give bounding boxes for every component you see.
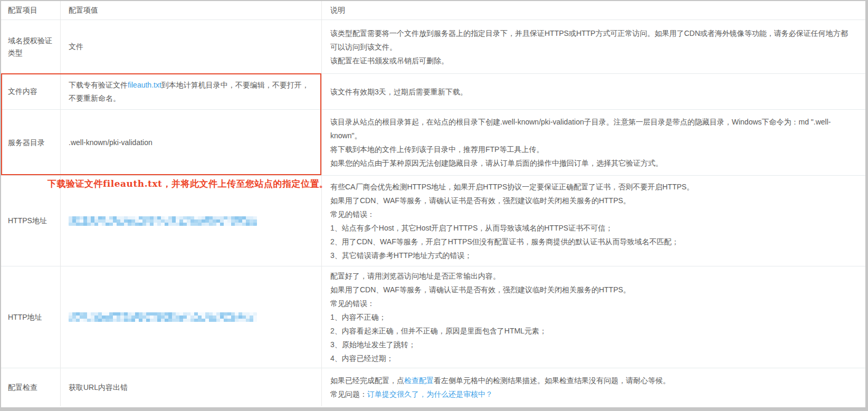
col-header-config-item-label: 配置项目 bbox=[8, 4, 37, 16]
row-value-domain-auth-type: 文件 bbox=[61, 20, 322, 73]
desc-line: 4、内容已经过期； bbox=[330, 351, 854, 365]
text-segment: 2、内容看起来正确，但并不正确，原因是里面包含了HTML元素； bbox=[330, 327, 547, 335]
table-row-server-directory: 服务器目录.well-known/pki-validation该目录从站点的根目… bbox=[1, 110, 865, 176]
desc-line: 将下载到本地的文件上传到该子目录中，推荐用FTP等工具上传。 bbox=[330, 142, 854, 156]
text-segment: 下载专有验证文件 bbox=[69, 81, 128, 89]
table-row-config-check: 配置检查获取URL内容出错如果已经完成配置，点检查配置看左侧单元格中的检测结果描… bbox=[1, 368, 865, 406]
desc-line: 该类型配置需要将一个文件放到服务器上的指定目录下，并且保证HTTPS或HTTP方… bbox=[330, 26, 854, 54]
text-segment: 有些CA厂商会优先检测HTTPS地址，如果开启HTTPS协议一定要保证正确配置了… bbox=[330, 183, 694, 191]
desc-line: 3、其它错误请参考HTTP地址方式的错误； bbox=[330, 248, 854, 262]
desc-line: 该配置在证书颁发或吊销后可删除。 bbox=[330, 54, 854, 68]
row-desc-domain-auth-type: 该类型配置需要将一个文件放到服务器上的指定目录下，并且保证HTTPS或HTTP方… bbox=[322, 20, 865, 73]
col-header-config-item: 配置项目 bbox=[1, 1, 61, 20]
row-desc-http-address: 配置好了，请用浏览器访问地址是否正常输出内容。如果用了CDN、WAF等服务，请确… bbox=[322, 266, 865, 368]
text-segment: 1、站点有多个Host，其它Host开启了HTTPS，从而导致该域名的HTTPS… bbox=[330, 224, 613, 232]
row-label-file-content: 文件内容 bbox=[1, 74, 61, 109]
desc-line: 如果用了CDN、WAF等服务，请确认证书是否有效，强烈建议临时关闭相关服务的HT… bbox=[330, 283, 854, 297]
row-desc-server-directory: 该目录从站点的根目录算起，在站点的根目录下创建.well-known/pki-v… bbox=[322, 110, 865, 175]
text-segment: 常见的错误： bbox=[330, 299, 375, 308]
text-segment: 3、其它错误请参考HTTP地址方式的错误； bbox=[330, 251, 472, 260]
row-desc-https-address: 有些CA厂商会优先检测HTTPS地址，如果开启HTTPS协议一定要保证正确配置了… bbox=[322, 176, 865, 266]
row-label-https-address: HTTPS地址 bbox=[1, 176, 61, 266]
table-row-file-content: 文件内容下载专有验证文件fileauth.txt到本地计算机目录中，不要编辑，不… bbox=[1, 74, 865, 110]
desc-line: 常见的错误： bbox=[330, 207, 854, 221]
http-address-redacted-url[interactable] bbox=[69, 312, 257, 322]
row-value-server-directory: .well-known/pki-validation bbox=[61, 110, 322, 175]
text-segment: 1、内容不正确； bbox=[330, 313, 386, 321]
desc-line: 如果用了CDN、WAF等服务，请确认证书是否有效，强烈建议临时关闭相关服务的HT… bbox=[330, 194, 854, 207]
row-label-config-check: 配置检查 bbox=[1, 368, 61, 406]
desc-line: 2、用了CDN、WAF等服务，开启了HTTPS但没有配置证书，服务商提供的默认证… bbox=[330, 235, 854, 248]
row-value-text: 下载专有验证文件fileauth.txt到本地计算机目录中，不要编辑，不要打开，… bbox=[69, 79, 313, 105]
check-config-link[interactable]: 检查配置 bbox=[404, 376, 434, 385]
text-segment: 该类型配置需要将一个文件放到服务器上的指定目录下，并且保证HTTPS或HTTP方… bbox=[330, 29, 848, 51]
row-value-text: .well-known/pki-validation bbox=[69, 136, 152, 149]
col-header-description: 说明 bbox=[322, 1, 865, 20]
text-segment: 该配置在证书颁发或吊销后可删除。 bbox=[330, 56, 449, 65]
table-row-domain-auth-type: 域名授权验证类型文件该类型配置需要将一个文件放到服务器上的指定目录下，并且保证H… bbox=[1, 20, 865, 74]
desc-line: 配置好了，请用浏览器访问地址是否正常输出内容。 bbox=[330, 269, 854, 283]
text-segment: 常见的错误： bbox=[330, 210, 375, 218]
col-header-config-value: 配置项值 bbox=[61, 1, 322, 20]
https-address-redacted-url[interactable] bbox=[69, 216, 257, 226]
desc-line: 1、站点有多个Host，其它Host开启了HTTPS，从而导致该域名的HTTPS… bbox=[330, 221, 854, 235]
desc-line: 1、内容不正确； bbox=[330, 310, 854, 324]
text-segment: 4、内容已经过期； bbox=[330, 354, 394, 362]
desc-line: 常见问题：订单提交很久了，为什么还是审核中？ bbox=[330, 387, 854, 401]
desc-line: 3、原始地址发生了跳转； bbox=[330, 338, 854, 351]
table-body: 域名授权验证类型文件该类型配置需要将一个文件放到服务器上的指定目录下，并且保证H… bbox=[1, 20, 865, 406]
text-segment: 该文件有效期3天，过期后需要重新下载。 bbox=[330, 88, 468, 96]
page-frame: 配置项目 配置项值 说明 域名授权验证类型文件该类型配置需要将一个文件放到服务器… bbox=[0, 0, 868, 411]
fileauth-download-link[interactable]: fileauth.txt bbox=[128, 81, 161, 89]
text-segment: 配置好了，请用浏览器访问地址是否正常输出内容。 bbox=[330, 272, 500, 280]
text-segment: .well-known/pki-validation bbox=[69, 138, 152, 147]
desc-line: 如果您的站点由于某种原因无法创建隐藏目录，请从订单后面的操作中撤回订单，选择其它… bbox=[330, 156, 854, 170]
row-desc-config-check: 如果已经完成配置，点检查配置看左侧单元格中的检测结果描述。如果检查结果没有问题，… bbox=[322, 368, 865, 406]
desc-line: 该文件有效期3天，过期后需要重新下载。 bbox=[330, 85, 854, 99]
table-header-row: 配置项目 配置项值 说明 bbox=[1, 1, 865, 20]
text-segment: 将下载到本地的文件上传到该子目录中，推荐用FTP等工具上传。 bbox=[330, 145, 543, 154]
row-label-text: HTTPS地址 bbox=[8, 215, 47, 227]
row-value-config-check: 获取URL内容出错 bbox=[61, 368, 322, 406]
row-value-text: 获取URL内容出错 bbox=[69, 381, 128, 394]
row-value-file-content: 下载专有验证文件fileauth.txt到本地计算机目录中，不要编辑，不要打开，… bbox=[61, 74, 322, 109]
row-label-text: HTTP地址 bbox=[8, 311, 42, 323]
text-segment: 如果用了CDN、WAF等服务，请确认证书是否有效，强烈建议临时关闭相关服务的HT… bbox=[330, 196, 631, 205]
row-label-text: 域名授权验证类型 bbox=[8, 35, 53, 59]
col-header-description-label: 说明 bbox=[330, 6, 854, 15]
text-segment: 如果您的站点由于某种原因无法创建隐藏目录，请从订单后面的操作中撤回订单，选择其它… bbox=[330, 159, 663, 167]
row-value-http-address bbox=[61, 266, 322, 368]
desc-line: 有些CA厂商会优先检测HTTPS地址，如果开启HTTPS协议一定要保证正确配置了… bbox=[330, 180, 854, 194]
desc-line: 该目录从站点的根目录算起，在站点的根目录下创建.well-known/pki-v… bbox=[330, 115, 854, 142]
row-desc-file-content: 该文件有效期3天，过期后需要重新下载。 bbox=[322, 74, 865, 109]
text-segment: 2、用了CDN、WAF等服务，开启了HTTPS但没有配置证书，服务商提供的默认证… bbox=[330, 237, 679, 246]
text-segment: 文件 bbox=[69, 42, 83, 51]
row-label-text: 文件内容 bbox=[8, 85, 37, 98]
row-value-https-address bbox=[61, 176, 322, 266]
text-segment: 获取URL内容出错 bbox=[69, 383, 128, 391]
text-segment: 该目录从站点的根目录算起，在站点的根目录下创建.well-known/pki-v… bbox=[330, 118, 831, 140]
text-segment: 3、原始地址发生了跳转； bbox=[330, 340, 416, 349]
text-segment: 如果已经完成配置，点 bbox=[330, 376, 404, 385]
row-label-http-address: HTTP地址 bbox=[1, 266, 61, 368]
row-label-server-directory: 服务器目录 bbox=[1, 110, 61, 175]
desc-line: 2、内容看起来正确，但并不正确，原因是里面包含了HTML元素； bbox=[330, 324, 854, 338]
row-label-text: 服务器目录 bbox=[8, 137, 45, 149]
row-label-text: 配置检查 bbox=[8, 381, 37, 394]
table-row-http-address: HTTP地址配置好了，请用浏览器访问地址是否正常输出内容。如果用了CDN、WAF… bbox=[1, 266, 865, 368]
text-segment: 看左侧单元格中的检测结果描述。如果检查结果没有问题，请耐心等候。 bbox=[434, 376, 670, 385]
faq-order-pending-link[interactable]: 订单提交很久了，为什么还是审核中？ bbox=[367, 390, 493, 398]
table-row-https-address: HTTPS地址有些CA厂商会优先检测HTTPS地址，如果开启HTTPS协议一定要… bbox=[1, 176, 865, 266]
text-segment: 如果用了CDN、WAF等服务，请确认证书是否有效，强烈建议临时关闭相关服务的HT… bbox=[330, 285, 631, 294]
desc-line: 如果已经完成配置，点检查配置看左侧单元格中的检测结果描述。如果检查结果没有问题，… bbox=[330, 374, 854, 387]
col-header-config-value-label: 配置项值 bbox=[69, 6, 98, 15]
text-segment: 常见问题： bbox=[330, 390, 367, 398]
row-label-domain-auth-type: 域名授权验证类型 bbox=[1, 20, 61, 73]
desc-line: 常见的错误： bbox=[330, 297, 854, 310]
ssl-file-verification-table: 配置项目 配置项值 说明 域名授权验证类型文件该类型配置需要将一个文件放到服务器… bbox=[1, 1, 865, 407]
row-value-text: 文件 bbox=[69, 40, 83, 53]
